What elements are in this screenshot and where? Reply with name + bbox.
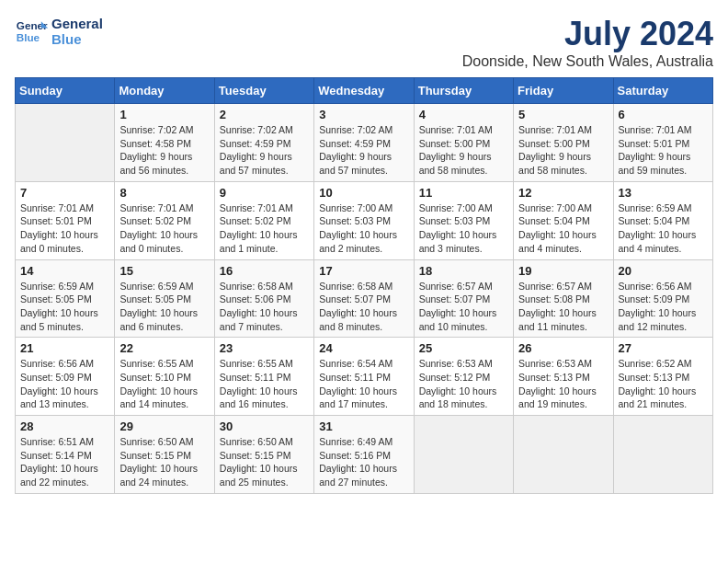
day-number: 7 (20, 186, 109, 200)
day-number: 28 (20, 419, 109, 433)
day-info: Sunrise: 7:01 AMSunset: 5:02 PMDaylight:… (119, 201, 209, 256)
svg-text:Blue: Blue (17, 31, 40, 43)
calendar-cell: 20Sunrise: 6:56 AMSunset: 5:09 PMDayligh… (613, 259, 712, 338)
calendar-cell: 12Sunrise: 7:00 AMSunset: 5:04 PMDayligh… (514, 181, 613, 259)
calendar-cell: 15Sunrise: 6:59 AMSunset: 5:05 PMDayligh… (115, 259, 214, 338)
calendar-cell: 3Sunrise: 7:02 AMSunset: 4:59 PMDaylight… (314, 104, 414, 182)
day-info: Sunrise: 7:01 AMSunset: 5:02 PMDaylight:… (220, 201, 309, 256)
day-number: 10 (319, 186, 408, 200)
day-number: 13 (619, 186, 708, 200)
calendar-cell: 18Sunrise: 6:57 AMSunset: 5:07 PMDayligh… (414, 259, 513, 338)
day-number: 17 (319, 264, 408, 278)
calendar-cell: 17Sunrise: 6:58 AMSunset: 5:07 PMDayligh… (314, 259, 414, 338)
day-number: 14 (20, 264, 109, 278)
day-number: 31 (319, 419, 408, 433)
day-info: Sunrise: 6:54 AMSunset: 5:11 PMDaylight:… (319, 357, 408, 411)
column-header-saturday: Saturday (613, 78, 712, 104)
day-info: Sunrise: 6:59 AMSunset: 5:05 PMDaylight:… (119, 280, 209, 334)
calendar-week-row: 7Sunrise: 7:01 AMSunset: 5:01 PMDaylight… (16, 181, 713, 259)
day-info: Sunrise: 6:58 AMSunset: 5:06 PMDaylight:… (220, 280, 309, 334)
title-block: July 2024 Doonside, New South Wales, Aus… (462, 15, 713, 70)
day-number: 25 (419, 341, 508, 355)
calendar-cell: 6Sunrise: 7:01 AMSunset: 5:01 PMDaylight… (613, 104, 712, 182)
calendar-cell (613, 416, 712, 494)
day-info: Sunrise: 7:00 AMSunset: 5:04 PMDaylight:… (518, 201, 608, 256)
day-info: Sunrise: 7:01 AMSunset: 5:00 PMDaylight:… (518, 123, 608, 178)
day-number: 5 (518, 108, 608, 121)
day-info: Sunrise: 7:00 AMSunset: 5:03 PMDaylight:… (419, 201, 508, 256)
day-number: 15 (119, 264, 209, 278)
day-info: Sunrise: 7:02 AMSunset: 4:59 PMDaylight:… (220, 123, 309, 178)
day-number: 19 (518, 264, 608, 278)
calendar-cell: 25Sunrise: 6:53 AMSunset: 5:12 PMDayligh… (414, 338, 513, 416)
calendar-cell: 11Sunrise: 7:00 AMSunset: 5:03 PMDayligh… (414, 181, 513, 259)
day-number: 11 (419, 186, 508, 200)
day-info: Sunrise: 6:49 AMSunset: 5:16 PMDaylight:… (319, 435, 408, 489)
calendar-cell: 8Sunrise: 7:01 AMSunset: 5:02 PMDaylight… (115, 181, 214, 259)
calendar-cell: 13Sunrise: 6:59 AMSunset: 5:04 PMDayligh… (613, 181, 712, 259)
day-number: 30 (220, 419, 309, 433)
day-number: 16 (220, 264, 309, 278)
day-info: Sunrise: 7:02 AMSunset: 4:59 PMDaylight:… (319, 123, 408, 178)
day-info: Sunrise: 7:01 AMSunset: 5:00 PMDaylight:… (419, 123, 508, 178)
day-info: Sunrise: 6:56 AMSunset: 5:09 PMDaylight:… (619, 280, 708, 334)
calendar-cell: 27Sunrise: 6:52 AMSunset: 5:13 PMDayligh… (613, 338, 712, 416)
location: Doonside, New South Wales, Australia (462, 53, 713, 70)
calendar-cell: 24Sunrise: 6:54 AMSunset: 5:11 PMDayligh… (314, 338, 414, 416)
day-info: Sunrise: 6:51 AMSunset: 5:14 PMDaylight:… (20, 435, 109, 489)
calendar-cell: 28Sunrise: 6:51 AMSunset: 5:14 PMDayligh… (16, 416, 115, 494)
calendar-cell: 14Sunrise: 6:59 AMSunset: 5:05 PMDayligh… (16, 259, 115, 338)
day-info: Sunrise: 6:53 AMSunset: 5:12 PMDaylight:… (419, 357, 508, 411)
calendar-cell: 10Sunrise: 7:00 AMSunset: 5:03 PMDayligh… (314, 181, 414, 259)
day-info: Sunrise: 7:01 AMSunset: 5:01 PMDaylight:… (619, 123, 708, 178)
day-info: Sunrise: 6:56 AMSunset: 5:09 PMDaylight:… (20, 357, 109, 411)
day-info: Sunrise: 6:55 AMSunset: 5:11 PMDaylight:… (220, 357, 309, 411)
day-number: 12 (518, 186, 608, 200)
day-info: Sunrise: 6:59 AMSunset: 5:04 PMDaylight:… (619, 201, 708, 256)
calendar-cell: 5Sunrise: 7:01 AMSunset: 5:00 PMDaylight… (514, 104, 613, 182)
calendar-table: SundayMondayTuesdayWednesdayThursdayFrid… (15, 77, 713, 494)
day-number: 18 (419, 264, 508, 278)
day-number: 2 (220, 108, 309, 121)
calendar-cell: 21Sunrise: 6:56 AMSunset: 5:09 PMDayligh… (16, 338, 115, 416)
day-number: 4 (419, 108, 508, 121)
day-info: Sunrise: 6:55 AMSunset: 5:10 PMDaylight:… (119, 357, 209, 411)
calendar-header-row: SundayMondayTuesdayWednesdayThursdayFrid… (16, 78, 713, 104)
day-info: Sunrise: 7:02 AMSunset: 4:58 PMDaylight:… (119, 123, 209, 178)
day-number: 9 (220, 186, 309, 200)
calendar-cell: 16Sunrise: 6:58 AMSunset: 5:06 PMDayligh… (214, 259, 313, 338)
day-info: Sunrise: 6:53 AMSunset: 5:13 PMDaylight:… (518, 357, 608, 411)
month-title: July 2024 (462, 15, 713, 53)
calendar-week-row: 14Sunrise: 6:59 AMSunset: 5:05 PMDayligh… (16, 259, 713, 338)
day-number: 8 (119, 186, 209, 200)
calendar-week-row: 1Sunrise: 7:02 AMSunset: 4:58 PMDaylight… (16, 104, 713, 182)
day-number: 21 (20, 341, 109, 355)
day-info: Sunrise: 6:50 AMSunset: 5:15 PMDaylight:… (220, 435, 309, 489)
calendar-cell: 29Sunrise: 6:50 AMSunset: 5:15 PMDayligh… (115, 416, 214, 494)
calendar-week-row: 28Sunrise: 6:51 AMSunset: 5:14 PMDayligh… (16, 416, 713, 494)
day-number: 29 (119, 419, 209, 433)
day-info: Sunrise: 6:52 AMSunset: 5:13 PMDaylight:… (619, 357, 708, 411)
page-header: General Blue GeneralBlue July 2024 Doons… (15, 15, 713, 70)
column-header-friday: Friday (514, 78, 613, 104)
column-header-wednesday: Wednesday (314, 78, 414, 104)
day-number: 20 (619, 264, 708, 278)
calendar-cell: 30Sunrise: 6:50 AMSunset: 5:15 PMDayligh… (214, 416, 313, 494)
day-info: Sunrise: 6:59 AMSunset: 5:05 PMDaylight:… (20, 280, 109, 334)
column-header-sunday: Sunday (16, 78, 115, 104)
calendar-cell (514, 416, 613, 494)
logo: General Blue GeneralBlue (15, 15, 103, 48)
logo-icon: General Blue (15, 15, 48, 48)
calendar-cell: 31Sunrise: 6:49 AMSunset: 5:16 PMDayligh… (314, 416, 414, 494)
day-info: Sunrise: 6:57 AMSunset: 5:07 PMDaylight:… (419, 280, 508, 334)
calendar-cell: 23Sunrise: 6:55 AMSunset: 5:11 PMDayligh… (214, 338, 313, 416)
calendar-cell: 2Sunrise: 7:02 AMSunset: 4:59 PMDaylight… (214, 104, 313, 182)
calendar-cell: 7Sunrise: 7:01 AMSunset: 5:01 PMDaylight… (16, 181, 115, 259)
calendar-cell: 19Sunrise: 6:57 AMSunset: 5:08 PMDayligh… (514, 259, 613, 338)
column-header-tuesday: Tuesday (214, 78, 313, 104)
day-number: 24 (319, 341, 408, 355)
day-number: 1 (119, 108, 209, 121)
day-number: 22 (119, 341, 209, 355)
calendar-cell: 9Sunrise: 7:01 AMSunset: 5:02 PMDaylight… (214, 181, 313, 259)
day-info: Sunrise: 7:00 AMSunset: 5:03 PMDaylight:… (319, 201, 408, 256)
